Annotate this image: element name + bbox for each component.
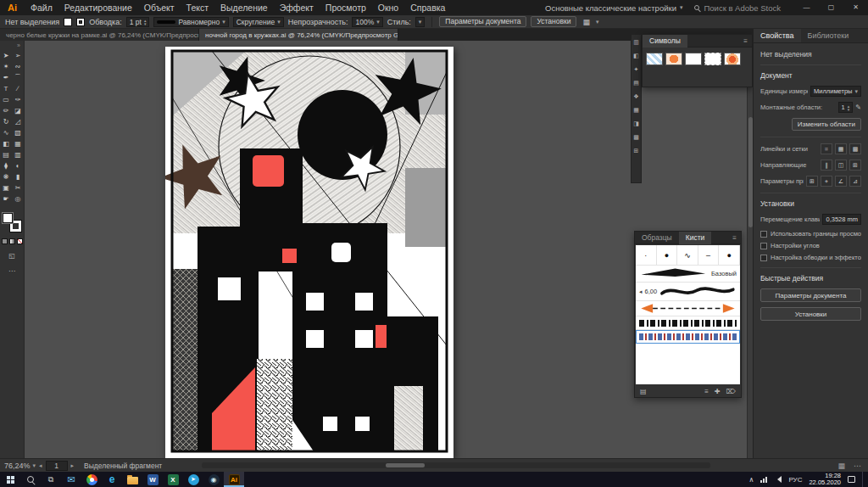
menu-edit[interactable]: Редактирование bbox=[58, 0, 138, 15]
stepper[interactable]: ▴ ▾ bbox=[848, 104, 850, 111]
brush-calligraphic[interactable]: ◂ 6,00 bbox=[636, 283, 740, 301]
hidden-icons-chevron[interactable]: ∧ bbox=[749, 476, 754, 484]
workspace-switcher[interactable]: Основные классические настройки ▾ bbox=[545, 3, 682, 13]
taskbar-app-edge[interactable]: e bbox=[102, 472, 122, 487]
chevron-down-icon[interactable]: ▾ bbox=[848, 108, 850, 111]
paintbrush-tool[interactable]: ✑ bbox=[13, 95, 24, 105]
scale-strokes-effects-checkbox[interactable]: Настройка обводки и эффектов bbox=[760, 254, 861, 261]
width-profile-dropdown[interactable]: Равномерно ▾ bbox=[153, 17, 228, 27]
menu-help[interactable]: Справка bbox=[404, 0, 451, 15]
brush-dot-large[interactable]: ● bbox=[657, 245, 678, 266]
volume-icon[interactable] bbox=[774, 476, 782, 483]
panel-icon-layers[interactable]: ⊞ bbox=[634, 147, 639, 154]
zoom-tool[interactable]: ◎ bbox=[13, 194, 24, 204]
checkbox-icon[interactable] bbox=[760, 255, 767, 261]
close-button[interactable]: ✕ bbox=[843, 0, 868, 15]
taskbar-app-excel[interactable]: X bbox=[163, 472, 183, 487]
brush-menu-icon[interactable]: ≡ bbox=[704, 388, 709, 395]
tab-brushes[interactable]: Кисти bbox=[679, 232, 712, 244]
arrange-documents-icon[interactable]: ▦ bbox=[581, 18, 592, 26]
taskbar-search-button[interactable] bbox=[20, 472, 41, 487]
edit-artboards-icon[interactable]: ✎ bbox=[855, 104, 861, 111]
start-button[interactable] bbox=[0, 472, 20, 487]
snap-to-grid-icon[interactable]: ⊞ bbox=[806, 176, 818, 187]
menu-object[interactable]: Объект bbox=[138, 0, 181, 15]
taskbar-app-illustrator[interactable]: Ai bbox=[224, 472, 244, 487]
type-tool[interactable]: T bbox=[1, 84, 12, 94]
panel-icon-swatches[interactable]: ◧ bbox=[633, 52, 639, 59]
delete-brush-icon[interactable]: ⌦ bbox=[726, 388, 736, 395]
scale-tool[interactable]: ◿ bbox=[13, 117, 24, 127]
taskbar-app-mail[interactable]: ✉ bbox=[61, 472, 81, 487]
taskbar-app-telegram[interactable]: ➤ bbox=[183, 472, 203, 487]
document-tab-active[interactable]: ночной город в кружках.ai @ 76,24% (CMYK… bbox=[199, 29, 398, 41]
mesh-tool[interactable]: ▤ bbox=[1, 150, 12, 160]
artboards-count-field[interactable]: 1 ▴ ▾ bbox=[838, 102, 854, 113]
screen-mode-icon[interactable]: ◱ bbox=[0, 252, 24, 260]
none-button[interactable] bbox=[17, 238, 23, 244]
pencil-tool[interactable]: ✏ bbox=[1, 106, 12, 116]
menu-view[interactable]: Просмотр bbox=[320, 0, 372, 15]
panel-icon-color[interactable]: ▥ bbox=[633, 38, 639, 46]
chevron-down-icon[interactable]: ▾ bbox=[596, 19, 599, 25]
symbol-thumbnail[interactable] bbox=[685, 53, 702, 65]
menu-effect[interactable]: Эффект bbox=[274, 0, 320, 15]
new-brush-icon[interactable]: ✚ bbox=[715, 388, 721, 395]
snap-to-angle-icon[interactable]: ∠ bbox=[835, 176, 847, 187]
corner-settings-checkbox[interactable]: Настройки углов bbox=[760, 242, 861, 249]
grid-icon[interactable]: ▦ bbox=[835, 143, 847, 154]
style-dropdown[interactable]: ▾ bbox=[415, 17, 426, 27]
menu-select[interactable]: Выделение bbox=[214, 0, 274, 15]
eyedropper-tool[interactable]: ⧫ bbox=[1, 161, 12, 171]
lasso-tool[interactable]: ∾ bbox=[13, 62, 24, 72]
edit-toolbar-icon[interactable]: ⋯ bbox=[0, 267, 24, 275]
quick-action-document-setup[interactable]: Параметры документа bbox=[760, 288, 861, 302]
fill-swatch[interactable] bbox=[3, 213, 13, 223]
eraser-tool[interactable]: ◪ bbox=[13, 106, 24, 116]
brush-pattern-blue[interactable] bbox=[636, 330, 740, 344]
show-desktop-button[interactable] bbox=[862, 472, 865, 487]
selection-tool[interactable]: ➤ bbox=[1, 51, 12, 61]
panel-icon-brushes[interactable]: ✦ bbox=[634, 65, 639, 73]
symbol-thumbnail[interactable] bbox=[704, 53, 721, 65]
artboard-tool[interactable]: ▣ bbox=[1, 183, 12, 193]
rotate-tool[interactable]: ↻ bbox=[1, 117, 12, 127]
panel-icon-symbols[interactable]: ▤ bbox=[633, 79, 639, 87]
taskbar-app-steam[interactable]: ◉ bbox=[203, 472, 224, 487]
stroke-width-field[interactable]: 1 pt ▴ ▾ bbox=[126, 17, 150, 27]
taskbar-app-explorer[interactable] bbox=[122, 472, 142, 487]
smart-guides-icon[interactable]: ⊞ bbox=[849, 160, 861, 171]
edit-artboards-button[interactable]: Изменить области bbox=[792, 118, 861, 131]
checkbox-icon[interactable] bbox=[760, 231, 767, 238]
task-view-button[interactable]: ⧉ bbox=[41, 472, 61, 487]
scrollbar-thumb[interactable] bbox=[386, 463, 425, 467]
tab-swatches[interactable]: Образцы bbox=[635, 232, 679, 244]
magic-wand-tool[interactable]: ✶ bbox=[1, 62, 12, 72]
artboard-number-field[interactable]: 1 bbox=[46, 461, 68, 471]
app-logo-icon[interactable]: Ai bbox=[0, 3, 25, 13]
brush-libraries-icon[interactable]: ▤ bbox=[640, 388, 647, 395]
panel-menu-icon[interactable]: ≡ bbox=[739, 37, 752, 45]
collapse-toolbar-icon[interactable]: » bbox=[0, 41, 24, 51]
keyboard-increment-field[interactable]: 0,3528 mm bbox=[822, 214, 861, 225]
gradient-tool[interactable]: ▥ bbox=[13, 150, 24, 160]
width-tool[interactable]: ∿ bbox=[1, 128, 12, 138]
snap-to-glyph-icon[interactable]: ⊿ bbox=[849, 176, 861, 187]
horizontal-scrollbar[interactable] bbox=[202, 462, 710, 468]
dock-footer-icon[interactable]: ▦ bbox=[837, 462, 845, 470]
tab-properties[interactable]: Свойства bbox=[754, 29, 801, 42]
maximize-button[interactable]: ▢ bbox=[819, 0, 843, 15]
transparency-grid-icon[interactable]: ▩ bbox=[849, 143, 861, 154]
previous-artboard-icon[interactable]: ◂ bbox=[39, 462, 42, 469]
fill-color-swatch[interactable] bbox=[64, 18, 72, 26]
panel-icon-transparency[interactable]: ◨ bbox=[633, 120, 639, 127]
panel-icon-appearance[interactable]: ▩ bbox=[633, 133, 639, 141]
artboard[interactable] bbox=[165, 47, 453, 458]
brush-blob[interactable]: ● bbox=[719, 245, 740, 266]
symbol-thumbnail[interactable] bbox=[646, 53, 663, 65]
perspective-grid-tool[interactable]: ▦ bbox=[13, 139, 24, 149]
checkbox-icon[interactable] bbox=[760, 243, 767, 249]
next-artboard-icon[interactable]: ▸ bbox=[71, 462, 75, 469]
panel-icon-gradient[interactable]: ▦ bbox=[633, 106, 639, 114]
chevron-down-icon[interactable]: ▾ bbox=[144, 22, 147, 25]
